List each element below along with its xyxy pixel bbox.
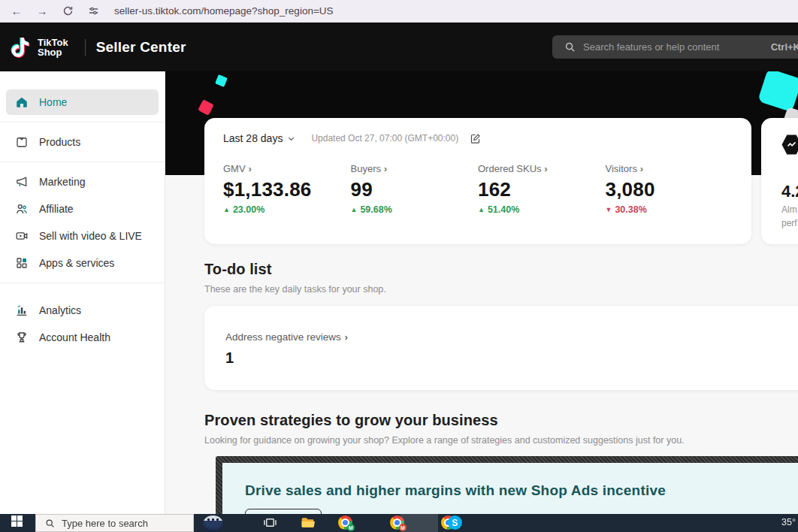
sidebar-item-label: Affiliate — [39, 203, 74, 215]
megaphone-icon — [15, 175, 29, 189]
sidebar-item-products[interactable]: Products — [6, 129, 159, 155]
metric-link[interactable]: Ordered SKUs› — [478, 163, 606, 174]
sidebar-divider — [0, 283, 165, 283]
chevron-down-icon — [287, 135, 295, 143]
taskbar-search-input[interactable]: Type here to search — [35, 514, 194, 532]
affiliate-icon — [15, 202, 29, 216]
metric-gmv: GMV› $1,133.86 ▲23.00% — [223, 163, 351, 215]
metric-visitors: Visitors› 3,080 ▼30.38% — [606, 163, 733, 215]
period-dropdown[interactable]: Last 28 days — [223, 132, 295, 144]
site-settings-icon[interactable] — [86, 4, 101, 19]
banner-headline: Drive sales and higher margins with new … — [245, 482, 798, 499]
page-title: Seller Center — [96, 39, 186, 56]
search-shortcut: Ctrl+K — [771, 41, 798, 53]
todo-item-link[interactable]: Address negative reviews› — [225, 331, 798, 343]
metric-ordered-skus: Ordered SKUs› 162 ▲51.40% — [478, 163, 606, 215]
shop-performance-card[interactable]: 4.2 Alm perf — [761, 118, 798, 244]
logo-wordmark: TikTok Shop — [38, 38, 68, 57]
sidebar-item-label: Account Health — [39, 331, 110, 343]
chevron-right-icon: › — [249, 164, 252, 174]
learn-more-button[interactable]: Learn more — [245, 509, 322, 514]
video-icon — [15, 229, 29, 243]
edit-icon[interactable] — [470, 133, 481, 144]
shop-ads-banner[interactable]: Drive sales and higher margins with new … — [216, 456, 798, 514]
reload-icon[interactable] — [60, 4, 75, 19]
todo-item-count: 1 — [225, 349, 798, 367]
performance-badge-icon — [781, 135, 798, 155]
overview-stats-card: Last 28 days Updated Oct 27, 07:00 (GMT+… — [204, 118, 751, 244]
sidebar-item-account-health[interactable]: Account Health — [6, 325, 159, 350]
sidebar-item-marketing[interactable]: Marketing — [6, 169, 159, 195]
metric-delta: ▲23.00% — [223, 204, 351, 215]
sidebar-item-label: Home — [39, 96, 67, 108]
products-icon — [15, 135, 29, 149]
metric-link[interactable]: Buyers› — [351, 163, 479, 174]
sidebar-divider — [0, 122, 165, 122]
metric-delta: ▲51.40% — [478, 204, 606, 215]
metric-value: 99 — [351, 178, 479, 201]
start-button-icon[interactable] — [11, 515, 23, 527]
strategies-section-subtitle: Looking for guidance on growing your sho… — [204, 435, 685, 446]
todo-card: Address negative reviews› 1 — [204, 306, 798, 390]
chevron-right-icon: › — [640, 164, 643, 174]
sidebar-divider — [0, 162, 165, 162]
chevron-right-icon: › — [384, 164, 387, 174]
confetti-pink — [198, 99, 214, 116]
back-icon[interactable]: ← — [9, 4, 24, 19]
file-explorer-icon[interactable] — [301, 515, 315, 532]
metric-link[interactable]: GMV› — [223, 163, 351, 174]
sidebar-item-apps-services[interactable]: Apps & services — [6, 250, 159, 276]
metric-delta: ▲59.68% — [351, 204, 479, 215]
metric-value: $1,133.86 — [223, 178, 351, 201]
metric-value: 162 — [478, 178, 606, 201]
task-view-icon[interactable] — [263, 515, 277, 532]
confetti-cyan-large — [757, 71, 798, 112]
header-divider — [85, 39, 86, 56]
metric-delta: ▼30.38% — [606, 204, 733, 215]
apps-grid-icon — [15, 256, 29, 270]
updated-timestamp: Updated Oct 27, 07:00 (GMT+00:00) — [311, 133, 458, 144]
search-icon — [45, 518, 55, 528]
main-content: Last 28 days Updated Oct 27, 07:00 (GMT+… — [165, 71, 798, 514]
taskbar-search-placeholder: Type here to search — [62, 518, 148, 529]
tiktok-logo-icon[interactable] — [11, 36, 33, 59]
performance-text: perf — [781, 219, 798, 228]
sidebar-item-home[interactable]: Home — [6, 89, 159, 115]
home-icon — [15, 95, 29, 109]
performance-score: 4.2 — [781, 182, 798, 201]
metric-buyers: Buyers› 99 ▲59.68% — [351, 163, 479, 215]
strategies-section-title: Proven strategies to grow your business — [204, 412, 498, 429]
todo-section-title: To-do list — [204, 261, 272, 278]
sidebar-item-analytics[interactable]: Analytics — [6, 298, 159, 323]
address-bar[interactable]: seller-us.tiktok.com/homepage?shop_regio… — [114, 5, 334, 17]
windows-taskbar: Type here to search M M S 1 35° — [0, 514, 798, 532]
sidebar-item-label: Analytics — [39, 304, 81, 316]
chevron-right-icon: › — [545, 164, 548, 174]
app-header: TikTok Shop Seller Center Search feature… — [0, 23, 798, 71]
sidebar-item-label: Apps & services — [39, 257, 114, 269]
bar-chart-icon — [15, 304, 29, 317]
temperature-label[interactable]: 35° — [781, 517, 796, 527]
sidebar-item-sell-video-live[interactable]: Sell with video & LIVE — [6, 223, 159, 249]
sidebar-item-label: Marketing — [39, 176, 85, 188]
confetti-cyan-small — [215, 74, 228, 87]
chrome-profile1-icon[interactable]: M — [338, 515, 352, 530]
metric-value: 3,080 — [606, 178, 733, 201]
sidebar-item-label: Products — [39, 136, 80, 148]
metric-link[interactable]: Visitors› — [606, 163, 733, 174]
sidebar-item-label: Sell with video & LIVE — [39, 230, 142, 242]
todo-section-subtitle: These are the key daily tasks for your s… — [204, 284, 386, 295]
performance-text: Alm — [781, 205, 798, 215]
feature-search-input[interactable]: Search features or help content Ctrl+K — [552, 35, 798, 59]
search-icon — [564, 41, 576, 53]
sidebar-item-affiliate[interactable]: Affiliate — [6, 196, 159, 222]
forward-icon[interactable]: → — [35, 4, 50, 19]
search-highlight-icon[interactable] — [203, 515, 223, 532]
active-app-highlight — [401, 514, 438, 532]
sidebar-nav: Home Products Marketing Affiliate — [0, 71, 165, 514]
browser-toolbar: ← → seller-us.tiktok.com/homepage?shop_r… — [0, 0, 798, 23]
skype-icon[interactable]: S — [448, 515, 462, 530]
trophy-icon — [15, 331, 29, 344]
chevron-right-icon: › — [345, 332, 348, 343]
search-placeholder: Search features or help content — [583, 41, 719, 53]
